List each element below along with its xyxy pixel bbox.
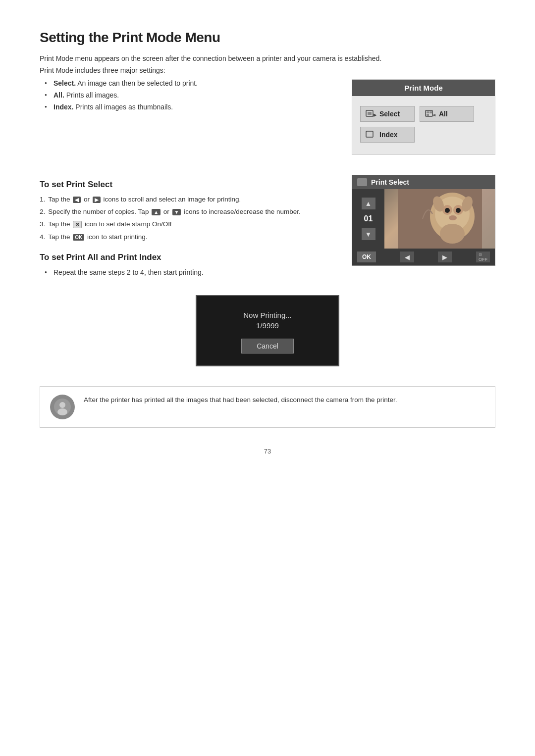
ps-controls: ▲ 01 ▼: [352, 189, 384, 249]
print-mode-options: ▶ Select ALL: [360, 106, 487, 143]
ps-bottom-bar: OK ◀ ▶ ⊙OFF: [352, 249, 495, 265]
step-4: 4. Tap the OK icon to start printing.: [40, 233, 332, 241]
section2-bullet: Repeat the same steps 2 to 4, then start…: [45, 268, 332, 276]
step-num-3: 3.: [40, 220, 45, 228]
section2-bullets: Repeat the same steps 2 to 4, then start…: [45, 268, 332, 276]
svg-rect-1: [368, 112, 372, 115]
ok-button[interactable]: OK: [357, 252, 376, 262]
svg-rect-4: [427, 111, 429, 113]
note-icon: [50, 395, 75, 419]
select-icon: ▶: [366, 109, 376, 118]
print-mode-inner: ▶ Select ALL: [352, 96, 495, 154]
print-select-box: Print Select ▲ 01 ▼: [352, 175, 495, 266]
note-text: After the printer has printed all the im…: [84, 395, 397, 405]
next-nav-btn[interactable]: ▶: [438, 252, 452, 262]
step-3: 3. Tap the ⊙ icon to set date stamp On/O…: [40, 220, 332, 228]
svg-rect-8: [366, 131, 373, 137]
intro-text-1: Print Mode menu appears on the screen af…: [40, 54, 495, 62]
select-option-label: Select: [379, 110, 400, 118]
list-item-index: Index. Prints all images as thumbnails.: [45, 103, 332, 111]
index-label: Index.: [54, 103, 73, 111]
print-mode-box: Print Mode ▶ Select: [352, 79, 495, 155]
intro-text-2: Print Mode includes three major settings…: [40, 66, 495, 74]
printing-count: 1/9999: [207, 321, 328, 330]
option-select[interactable]: ▶ Select: [360, 106, 415, 122]
list-item-all: All. Prints all images.: [45, 91, 332, 99]
list-item-select: Select. An image can then be selected to…: [45, 79, 332, 87]
svg-point-16: [449, 215, 457, 220]
stamp-icon: ⊙OFF: [476, 252, 490, 262]
svg-point-21: [59, 402, 65, 408]
index-icon: [366, 130, 376, 139]
copy-count: 01: [364, 212, 373, 225]
up-arrow-btn[interactable]: ▲: [362, 198, 375, 209]
print-select-title-bar: Print Select: [352, 175, 495, 189]
feature-list: Select. An image can then be selected to…: [45, 79, 332, 111]
svg-point-19: [440, 224, 465, 244]
svg-point-15: [456, 208, 461, 213]
step-num-2: 2.: [40, 208, 45, 215]
datestamp-icon: ⊙: [73, 221, 82, 228]
print-select-title: Print Select: [371, 178, 409, 186]
preview-svg: [398, 189, 482, 249]
svg-text:▶: ▶: [374, 113, 376, 117]
print-mode-ui: Print Mode ▶ Select: [352, 79, 495, 155]
up-icon: ▲: [152, 209, 160, 215]
step-text-2: Specify the number of copies. Tap ▲ or ▼…: [48, 208, 301, 215]
section2-title: To set Print All and Print Index: [40, 252, 332, 262]
step-num-1: 1.: [40, 196, 45, 203]
note-icon-svg: [54, 398, 71, 416]
print-select-inner: ▲ 01 ▼: [352, 189, 495, 249]
printing-box: Now Printing... 1/9999 Cancel: [196, 295, 339, 366]
section-print-select: To set Print Select 1. Tap the ◀ or ▶ ic…: [40, 175, 495, 280]
page-title: Setting the Print Mode Menu: [40, 30, 495, 46]
ok-icon: OK: [73, 234, 84, 241]
step-num-4: 4.: [40, 233, 45, 241]
steps-list: 1. Tap the ◀ or ▶ icons to scroll and se…: [40, 196, 332, 241]
section-left: To set Print Select 1. Tap the ◀ or ▶ ic…: [40, 175, 332, 280]
all-icon: ALL: [425, 109, 436, 118]
step-text-4: Tap the OK icon to start printing.: [48, 233, 147, 241]
option-all[interactable]: ALL All: [420, 106, 474, 122]
printing-section: Now Printing... 1/9999 Cancel: [40, 295, 495, 366]
main-layout: Select. An image can then be selected to…: [40, 79, 495, 155]
svg-rect-5: [429, 111, 432, 113]
prev-icon: ◀: [73, 197, 81, 203]
now-printing-text: Now Printing...: [207, 311, 328, 319]
print-select-icon: [357, 178, 367, 186]
step-text-1: Tap the ◀ or ▶ icons to scroll and selec…: [48, 196, 241, 203]
all-option-label: All: [439, 110, 448, 118]
option-index[interactable]: Index: [360, 127, 415, 143]
step-1: 1. Tap the ◀ or ▶ icons to scroll and se…: [40, 196, 332, 203]
step-text-3: Tap the ⊙ icon to set date stamp On/Off: [48, 220, 171, 228]
prev-nav-btn[interactable]: ◀: [400, 252, 414, 262]
svg-text:ALL: ALL: [433, 113, 436, 117]
step-2: 2. Specify the number of copies. Tap ▲ o…: [40, 208, 332, 215]
svg-point-22: [57, 408, 67, 415]
svg-rect-6: [427, 114, 429, 116]
down-icon: ▼: [172, 209, 181, 215]
all-label: All.: [54, 91, 64, 99]
preview-image: [384, 189, 495, 249]
cancel-button[interactable]: Cancel: [241, 339, 294, 353]
select-label: Select.: [54, 79, 76, 87]
print-select-ui: Print Select ▲ 01 ▼: [352, 175, 495, 280]
index-option-label: Index: [379, 131, 398, 139]
bullet-section: Select. An image can then be selected to…: [40, 79, 332, 155]
down-arrow-btn[interactable]: ▼: [362, 228, 375, 240]
note-box: After the printer has printed all the im…: [40, 386, 495, 428]
section1-title: To set Print Select: [40, 180, 332, 190]
print-mode-title: Print Mode: [352, 80, 495, 96]
svg-point-14: [445, 208, 450, 213]
next-icon: ▶: [93, 197, 101, 203]
page-number: 73: [40, 448, 495, 455]
